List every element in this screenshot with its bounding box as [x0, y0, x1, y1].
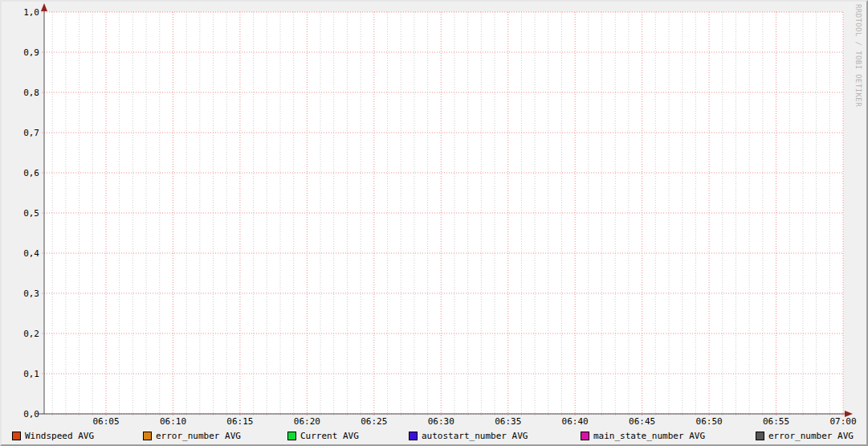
y-tick-label: 0,8	[23, 88, 39, 98]
x-tick-label: 06:10	[160, 416, 186, 427]
x-tick-label: 06:05	[92, 416, 119, 427]
x-tick-label: 06:30	[428, 416, 454, 427]
chart-canvas: 1,00,90,80,70,60,50,40,30,20,10,006:0506…	[0, 0, 868, 446]
y-tick-label: 0,6	[23, 168, 39, 178]
y-tick-label: 0,9	[23, 47, 39, 58]
y-axis-arrow-icon	[41, 3, 47, 11]
x-tick-label: 06:20	[294, 416, 320, 427]
rrdtool-graph: 1,00,90,80,70,60,50,40,30,20,10,006:0506…	[0, 0, 868, 446]
x-tick-label: 06:35	[495, 416, 521, 427]
y-tick-label: 0,0	[23, 409, 39, 419]
y-tick-label: 0,2	[23, 329, 39, 339]
x-tick-label: 07:00	[829, 416, 856, 427]
y-tick-label: 0,7	[23, 128, 39, 138]
x-tick-label: 06:15	[226, 416, 253, 427]
y-tick-label: 0,1	[23, 369, 39, 379]
plot-canvas	[44, 12, 843, 414]
y-tick-label: 0,3	[23, 288, 39, 299]
x-tick-label: 06:50	[696, 416, 723, 427]
y-tick-label: 0,4	[23, 248, 39, 259]
y-tick-label: 0,5	[23, 208, 39, 219]
y-tick-label: 1,0	[23, 7, 39, 18]
x-tick-label: 06:40	[562, 416, 589, 427]
watermark-text: RRDTOOL / TOBI OETIKER	[854, 4, 862, 107]
x-tick-label: 06:25	[361, 416, 387, 427]
x-tick-label: 06:55	[763, 416, 789, 427]
x-tick-label: 06:45	[629, 416, 655, 427]
